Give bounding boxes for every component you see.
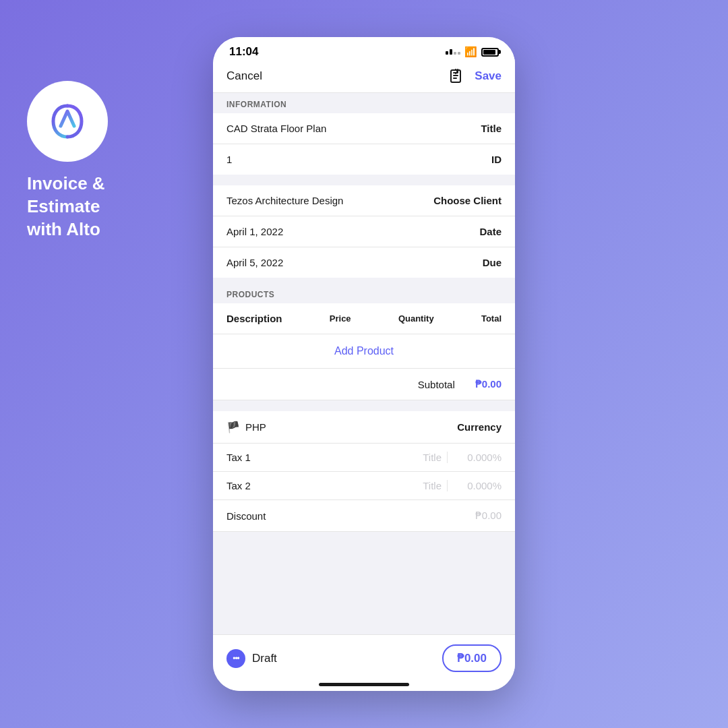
date-label: Date xyxy=(479,226,502,237)
currency-code: PHP xyxy=(245,421,266,433)
title-label: Title xyxy=(481,123,502,134)
subtotal-row: Subtotal ₱0.00 xyxy=(213,369,515,400)
title-row[interactable]: CAD Strata Floor Plan Title xyxy=(213,113,515,144)
products-section-header: PRODUCTS xyxy=(213,283,515,303)
id-label: ID xyxy=(491,154,502,165)
branding-panel: Invoice & Estimate with Alto xyxy=(27,81,162,241)
discount-label: Discount xyxy=(226,510,266,522)
information-card: CAD Strata Floor Plan Title 1 ID xyxy=(213,113,515,175)
home-bar xyxy=(319,683,409,686)
client-row[interactable]: Tezos Architecture Design Choose Client xyxy=(213,185,515,216)
information-section-header: INFORMATION xyxy=(213,93,515,113)
cancel-button[interactable]: Cancel xyxy=(226,69,262,83)
draft-menu-button[interactable]: ••• xyxy=(226,649,245,668)
date-value: April 1, 2022 xyxy=(226,226,283,237)
share-icon[interactable] xyxy=(448,68,464,84)
bottom-bar: ••• Draft ₱0.00 xyxy=(213,634,515,677)
currency-label: Currency xyxy=(457,421,502,433)
status-time: 11:04 xyxy=(229,45,258,59)
home-indicator xyxy=(213,677,515,691)
currency-flag-icon: 🏴 xyxy=(226,421,240,433)
tax1-label: Tax 1 xyxy=(226,452,274,463)
due-value: April 5, 2022 xyxy=(226,257,283,268)
date-row[interactable]: April 1, 2022 Date xyxy=(213,216,515,247)
description-column-label: Description xyxy=(226,313,282,324)
products-columns-header: Description Price Quantity Total xyxy=(213,303,515,334)
logo-circle xyxy=(27,81,108,162)
add-product-row[interactable]: Add Product xyxy=(213,334,515,369)
id-value: 1 xyxy=(226,154,232,165)
tax1-percent-input[interactable]: 0.000% xyxy=(448,452,502,463)
client-date-card: Tezos Architecture Design Choose Client … xyxy=(213,185,515,278)
subtotal-label: Subtotal xyxy=(418,379,455,390)
form-content: INFORMATION CAD Strata Floor Plan Title … xyxy=(213,93,515,634)
quantity-column-label: Quantity xyxy=(398,313,434,324)
total-value: ₱0.00 xyxy=(457,652,487,665)
save-button[interactable]: Save xyxy=(475,69,502,83)
due-label: Due xyxy=(483,257,502,268)
tax2-title-input[interactable]: Title xyxy=(274,480,448,491)
due-row[interactable]: April 5, 2022 Due xyxy=(213,247,515,278)
tax2-row[interactable]: Tax 2 Title 0.000% xyxy=(213,472,515,500)
draft-section: ••• Draft xyxy=(226,649,277,668)
currency-row[interactable]: 🏴 PHP Currency xyxy=(213,411,515,444)
client-label: Choose Client xyxy=(433,195,502,206)
battery-icon xyxy=(481,48,499,57)
title-value: CAD Strata Floor Plan xyxy=(226,123,326,134)
signal-icon xyxy=(446,49,460,55)
alto-logo-icon xyxy=(44,98,91,145)
discount-row[interactable]: Discount ₱0.00 xyxy=(213,500,515,532)
products-card: Description Price Quantity Total Add Pro… xyxy=(213,303,515,400)
id-row[interactable]: 1 ID xyxy=(213,144,515,175)
nav-bar: Cancel Save xyxy=(213,63,515,93)
draft-status-label: Draft xyxy=(252,652,277,665)
total-badge[interactable]: ₱0.00 xyxy=(442,644,502,672)
nav-right-actions: Save xyxy=(448,68,502,84)
wifi-icon: 📶 xyxy=(464,46,477,58)
app-title: Invoice & Estimate with Alto xyxy=(27,173,162,241)
tax2-label: Tax 2 xyxy=(226,480,274,491)
price-column-label: Price xyxy=(330,313,351,324)
client-value: Tezos Architecture Design xyxy=(226,195,343,206)
phone-frame: 11:04 📶 Cancel Save xyxy=(213,37,515,691)
tax1-row[interactable]: Tax 1 Title 0.000% xyxy=(213,444,515,472)
subtotal-value: ₱0.00 xyxy=(475,378,502,390)
status-icons: 📶 xyxy=(446,46,499,58)
status-bar: 11:04 📶 xyxy=(213,37,515,63)
currency-left: 🏴 PHP xyxy=(226,421,266,433)
total-column-label: Total xyxy=(481,313,502,324)
tax2-percent-input[interactable]: 0.000% xyxy=(448,480,502,491)
add-product-button[interactable]: Add Product xyxy=(334,345,394,357)
tax1-title-input[interactable]: Title xyxy=(274,452,448,463)
discount-value[interactable]: ₱0.00 xyxy=(475,510,502,522)
